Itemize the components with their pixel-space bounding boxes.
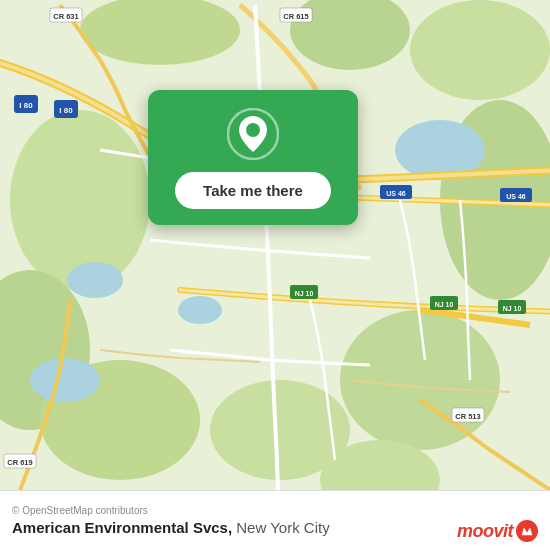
location-pin-icon — [227, 108, 279, 160]
svg-text:CR 615: CR 615 — [283, 12, 308, 21]
location-title: American Environmental Svcs, New York Ci… — [12, 519, 330, 536]
svg-point-13 — [30, 358, 100, 402]
take-me-there-button[interactable]: Take me there — [175, 172, 331, 209]
svg-text:I 80: I 80 — [59, 106, 73, 115]
svg-text:NJ 10: NJ 10 — [503, 305, 522, 312]
svg-text:I 80: I 80 — [19, 101, 33, 110]
svg-text:NJ 10: NJ 10 — [295, 290, 314, 297]
svg-text:CR 631: CR 631 — [53, 12, 78, 21]
svg-text:NJ 10: NJ 10 — [435, 301, 454, 308]
svg-text:CR 513: CR 513 — [455, 412, 480, 421]
moovit-logo-text: moovit — [457, 521, 513, 542]
svg-point-41 — [246, 123, 260, 137]
svg-point-14 — [178, 296, 222, 324]
svg-text:US 46: US 46 — [506, 193, 526, 200]
popup-card: Take me there — [148, 90, 358, 225]
moovit-icon — [516, 520, 538, 542]
map-container: I 80 I 80 CR 631 CR 615 CR 615 US 46 US … — [0, 0, 550, 490]
bottom-bar: © OpenStreetMap contributors American En… — [0, 490, 550, 550]
svg-point-1 — [10, 110, 150, 290]
svg-point-7 — [410, 0, 550, 100]
moovit-logo: moovit — [457, 520, 538, 542]
svg-point-12 — [67, 262, 123, 298]
svg-text:US 46: US 46 — [386, 190, 406, 197]
svg-text:CR 619: CR 619 — [7, 458, 32, 467]
svg-point-5 — [340, 310, 500, 450]
map-attribution: © OpenStreetMap contributors — [12, 505, 538, 516]
